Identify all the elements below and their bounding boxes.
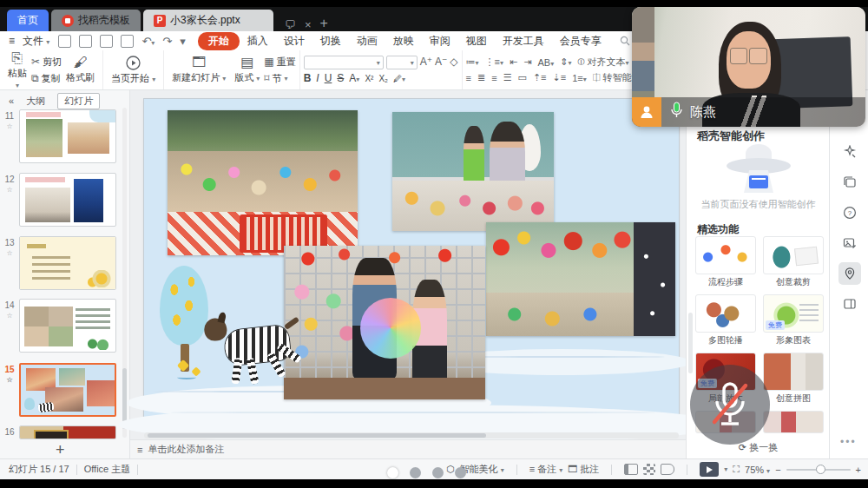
slides-tab[interactable]: 幻灯片 <box>57 93 100 109</box>
theme-name[interactable]: Office 主题 <box>84 463 131 476</box>
file-menu[interactable]: 文件 ▾ <box>23 34 49 49</box>
feature-card-carousel[interactable]: 多图轮播 <box>695 294 756 349</box>
notes-button[interactable]: ≡ 备注 ▾ <box>529 463 563 476</box>
ribbon-tab-slideshow[interactable]: 放映 <box>385 32 422 50</box>
align-center-icon[interactable]: ≣ <box>477 72 485 83</box>
line-spacing-icon[interactable]: ⇕▾ <box>560 56 571 68</box>
ribbon-tab-devtools[interactable]: 开发工具 <box>495 32 552 50</box>
zoom-out-button[interactable]: − <box>775 465 780 475</box>
muted-microphone-button[interactable] <box>690 365 770 445</box>
fit-screen-icon[interactable]: ⛶ <box>733 464 740 475</box>
photo-children-snack-table[interactable] <box>392 112 554 231</box>
font-color-button[interactable]: A▾ <box>349 72 359 84</box>
justify-icon[interactable]: ☰ <box>503 72 512 83</box>
feature-card-visual-chart[interactable]: 免费形象图表 <box>763 294 824 349</box>
reading-view-icon[interactable] <box>661 464 674 475</box>
bold-button[interactable]: B <box>304 72 312 84</box>
slide-15-canvas[interactable] <box>144 99 679 425</box>
zoom-slider-thumb[interactable] <box>816 465 825 474</box>
more-tools-icon[interactable]: ••• <box>840 436 857 448</box>
hamburger-icon[interactable]: ≡ <box>9 35 15 47</box>
slide-thumbnail-14[interactable]: 14☆ <box>0 299 130 353</box>
align-right-icon[interactable]: ≡ <box>491 73 496 83</box>
align-text-button[interactable]: ⦶ 对齐文本▾ <box>577 56 628 69</box>
normal-view-icon[interactable] <box>624 464 638 475</box>
tab-docer-templates[interactable]: 找稻壳模板 <box>51 10 141 31</box>
feature-card-partial[interactable] <box>763 411 824 433</box>
ribbon-tab-design[interactable]: 设计 <box>276 32 312 50</box>
strikethrough-button[interactable]: S <box>337 72 344 84</box>
underline-button[interactable]: U <box>325 72 332 84</box>
zoom-in-button[interactable]: + <box>856 465 861 475</box>
help-icon[interactable]: ? <box>838 201 861 224</box>
comment-bubble-icon[interactable]: 🗩 <box>285 18 296 31</box>
horizontal-scrollbar[interactable] <box>144 432 679 439</box>
redo-icon[interactable]: ↷ <box>162 35 172 48</box>
para-space-before-icon[interactable]: ⇡≡ <box>533 72 547 83</box>
clear-format-icon[interactable]: ◇ <box>450 56 457 69</box>
collapse-panel-icon[interactable]: « <box>9 96 14 106</box>
image-tools-icon[interactable] <box>838 232 861 254</box>
thumb-image-13[interactable] <box>19 236 116 290</box>
paste-button[interactable]: ⎘粘贴▾ <box>3 50 31 89</box>
duplicate-slide-icon[interactable] <box>838 171 861 194</box>
toolbar-options-icon[interactable]: ▾ <box>180 35 186 48</box>
slide-sorter-icon[interactable] <box>643 464 655 475</box>
undo-icon[interactable]: ↶▾ <box>141 35 155 48</box>
print-icon[interactable] <box>100 35 113 48</box>
layout-button[interactable]: ▤版式 ▾ <box>230 50 264 89</box>
highlight-button[interactable]: 🖉▾ <box>393 74 405 83</box>
comments-button[interactable]: 🗖 批注 <box>568 463 599 476</box>
increase-indent-icon[interactable]: ⇥ <box>523 56 531 68</box>
zoom-slider[interactable] <box>786 469 851 471</box>
superscript-button[interactable]: X² <box>365 74 373 83</box>
ribbon-tab-transition[interactable]: 切换 <box>312 32 349 50</box>
para-space-after-icon[interactable]: ⇣≡ <box>553 72 567 83</box>
save-icon[interactable] <box>58 35 71 48</box>
sidebar-scrollbar[interactable] <box>122 108 127 438</box>
font-family-combo[interactable]: ▾ <box>304 56 384 69</box>
photo-toy-stall[interactable] <box>168 110 358 255</box>
zoom-level[interactable]: 75% ▾ <box>745 465 770 475</box>
format-painter-button[interactable]: 🖌格式刷 <box>62 50 99 89</box>
webcam-overlay[interactable]: 陈燕 <box>632 7 865 127</box>
ribbon-tab-home[interactable]: 开始 <box>198 32 240 50</box>
section-button[interactable]: ⌑节▾ <box>264 72 295 85</box>
outline-tab[interactable]: 大纲 <box>26 95 45 108</box>
slide-thumbnail-13[interactable]: 13☆ <box>0 236 130 290</box>
numbered-list-icon[interactable]: ⋮≡▾ <box>485 56 503 68</box>
photo-father-daughter-windmill[interactable] <box>284 246 485 399</box>
feature-card-flow[interactable]: 流程步骤 <box>695 236 756 291</box>
slide-thumbnail-11[interactable]: 11☆ <box>0 109 130 163</box>
italic-button[interactable]: I <box>316 72 319 84</box>
reset-button[interactable]: ▦重置 <box>264 56 295 69</box>
add-slide-button[interactable]: + <box>56 441 65 459</box>
refresh-features-button[interactable]: ⟳ 换一换 <box>687 441 830 454</box>
subscript-button[interactable]: X₂ <box>378 74 388 83</box>
beautify-wand-icon[interactable] <box>838 141 861 163</box>
tab-document[interactable]: P小3家长会.pptx <box>143 10 273 31</box>
navigation-pin-icon[interactable] <box>838 262 861 285</box>
reading-layout-icon[interactable] <box>838 293 861 315</box>
notes-bar[interactable]: ≡ 单击此处添加备注 <box>130 439 686 458</box>
slide-thumbnail-16[interactable]: 16 <box>0 425 130 439</box>
ribbon-tab-animation[interactable]: 动画 <box>349 32 385 50</box>
new-tab-button[interactable]: + <box>320 16 328 31</box>
ribbon-tab-membership[interactable]: 会员专享 <box>552 32 609 50</box>
new-slide-button[interactable]: 🗔新建幻灯片 ▾ <box>168 50 230 89</box>
page-dot[interactable] <box>455 467 466 478</box>
slide-thumbnail-12[interactable]: 12☆ <box>0 173 130 227</box>
thumb-image-12[interactable] <box>19 173 116 227</box>
ribbon-tab-review[interactable]: 审阅 <box>422 32 458 50</box>
align-left-icon[interactable]: ≡ <box>466 73 471 83</box>
thumb-image-15[interactable] <box>19 363 116 417</box>
play-options-caret[interactable]: ▾ <box>724 465 727 473</box>
ribbon-tab-view[interactable]: 视图 <box>458 32 495 50</box>
thumb-image-16[interactable] <box>19 425 116 439</box>
page-dot-active[interactable] <box>387 467 398 478</box>
smart-beautify-button[interactable]: 智能美化 ▾ <box>460 463 504 476</box>
feature-card-creative-crop[interactable]: 创意裁剪 <box>763 236 824 291</box>
tab-home[interactable]: 首页 <box>7 10 49 31</box>
thumb-image-14[interactable] <box>19 299 116 353</box>
feature-card-collage[interactable]: 创意拼图 <box>763 353 824 407</box>
